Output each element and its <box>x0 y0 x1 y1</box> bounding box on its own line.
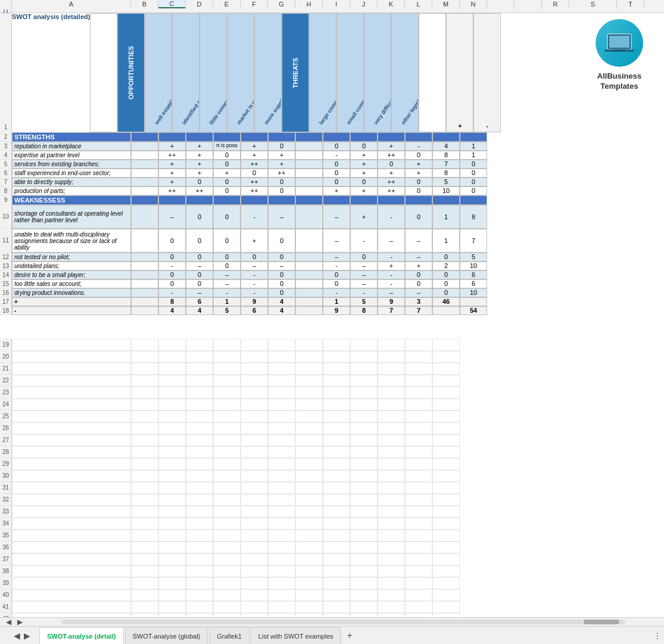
scrollbar-area[interactable]: ◀ ▶ <box>0 617 664 626</box>
row4-g: + <box>268 151 295 160</box>
plus-total: 46 <box>432 297 460 306</box>
row35-a[interactable] <box>12 530 131 542</box>
row-num-13: 13 <box>0 262 12 270</box>
weak-l <box>405 195 432 205</box>
row16-f: - <box>241 288 268 297</box>
data-row-5: 5 services from existing branches; + + 0… <box>0 160 664 169</box>
sheet-title: SWOT analysis (detailed) <box>12 13 90 132</box>
tab-prev-btn[interactable]: ◀ <box>12 631 22 640</box>
row28-a[interactable] <box>12 446 131 458</box>
scrollbar-track[interactable] <box>61 620 625 624</box>
row6-n: 0 <box>460 169 487 178</box>
row42-a[interactable] <box>12 613 131 617</box>
empty-row-33: 33 <box>0 506 664 518</box>
row8-c: ++ <box>158 186 186 195</box>
data-row-14: 14 desire to be a small player; 0 0 – - … <box>0 270 664 279</box>
row38-a[interactable] <box>12 565 131 577</box>
row16-d: – <box>186 288 213 297</box>
tab-grafiek[interactable]: Grafiek1 <box>209 627 250 644</box>
sheet-rows: 1 SWOT analysis (detailed) OPPORTUNITIES… <box>0 13 664 617</box>
row24-a[interactable] <box>12 399 131 410</box>
row6-g: ++ <box>268 169 295 178</box>
empty-row-29: 29 <box>0 458 664 470</box>
col-header-h: H <box>295 0 323 8</box>
minus-i: 9 <box>323 306 350 315</box>
tab-swot-global[interactable]: SWOT-analyse (global) <box>125 627 208 644</box>
weak-d <box>186 195 213 205</box>
more-sheets-btn[interactable]: ⋮ <box>654 631 661 640</box>
data-row-15: 15 too little sales or account; 0 0 – - … <box>0 279 664 288</box>
row40-a[interactable] <box>12 589 131 601</box>
diag-label-m: other legislation coming <box>400 44 419 126</box>
row19-a[interactable] <box>12 339 131 351</box>
row34-a[interactable] <box>12 518 131 530</box>
table-scroll-area[interactable]: 1 SWOT analysis (detailed) OPPORTUNITIES… <box>0 13 664 617</box>
row3-label: reputation in marketplace <box>12 142 131 151</box>
row14-d: 0 <box>186 270 213 279</box>
minus-total-row: 18 - 4 4 5 6 4 9 8 7 7 54 <box>0 306 664 315</box>
row10-c: – <box>158 205 186 229</box>
plus-n <box>460 297 487 306</box>
row14-c: 0 <box>158 270 186 279</box>
row7-f: ++ <box>241 178 268 186</box>
row5-i: 0 <box>323 160 350 169</box>
row-num-36: 36 <box>0 542 12 553</box>
row16-k: – <box>378 288 405 297</box>
add-sheet-btn[interactable]: + <box>342 627 357 644</box>
row30-a[interactable] <box>12 470 131 482</box>
row3-k: + <box>378 142 405 151</box>
row21-a[interactable] <box>12 363 131 375</box>
row16-h <box>295 288 323 297</box>
row5-m: 7 <box>432 160 460 169</box>
row36-a[interactable] <box>12 542 131 553</box>
col-header-l: L <box>405 0 432 8</box>
row-num-16: 16 <box>0 288 12 297</box>
row25-a[interactable] <box>12 410 131 422</box>
row-num-29: 29 <box>0 458 12 470</box>
diag-label-k: small competitors that invade the market… <box>345 44 364 126</box>
row6-e: + <box>213 169 241 178</box>
row20-a[interactable] <box>12 351 131 363</box>
scrollbar-thumb[interactable] <box>584 620 619 624</box>
row39-a[interactable] <box>12 577 131 589</box>
col-header-e: E <box>213 0 241 8</box>
row41-a[interactable] <box>12 601 131 613</box>
row16-label: drying product innovations. <box>12 288 131 297</box>
row4-f: + <box>241 151 268 160</box>
row10-k: - <box>378 205 405 229</box>
row7-e: 0 <box>213 178 241 186</box>
row22-a[interactable] <box>12 375 131 387</box>
row23-a[interactable] <box>12 387 131 399</box>
weak-f <box>241 195 268 205</box>
tab-swot-detail[interactable]: SWOT-analyse (detail) <box>39 627 124 644</box>
row32-a[interactable] <box>12 494 131 506</box>
row37-a[interactable] <box>12 553 131 565</box>
row33-a[interactable] <box>12 506 131 518</box>
row8-f: ++ <box>241 186 268 195</box>
row16-j: - <box>350 288 378 297</box>
tab-bar: ◀ ▶ SWOT-analyse (detail) SWOT-analyse (… <box>0 626 664 644</box>
row13-d: – <box>186 262 213 270</box>
row27-a[interactable] <box>12 434 131 446</box>
row26-a[interactable] <box>12 422 131 434</box>
row14-i: 0 <box>323 270 350 279</box>
scroll-left-btn[interactable]: ◀ <box>3 618 14 626</box>
row10-label: shortage of consultants at operating lev… <box>12 205 131 229</box>
row10-g: – <box>268 205 295 229</box>
row11-i: – <box>323 229 350 253</box>
row31-a[interactable] <box>12 482 131 494</box>
empty-row-28: 28 <box>0 446 664 458</box>
scroll-right-btn[interactable]: ▶ <box>14 618 26 626</box>
row29-a[interactable] <box>12 458 131 470</box>
tab-next-btn[interactable]: ▶ <box>22 631 32 640</box>
row15-m: 0 <box>432 279 460 288</box>
row13-k: + <box>378 262 405 270</box>
empty-row-20: 20 <box>0 351 664 363</box>
plus-l: 3 <box>405 297 432 306</box>
tab-swot-examples[interactable]: List with SWOT examples <box>251 627 341 644</box>
weak-j <box>350 195 378 205</box>
row5-j: + <box>350 160 378 169</box>
row6-j: + <box>350 169 378 178</box>
plus-i: 1 <box>323 297 350 306</box>
row11-e: 0 <box>213 229 241 253</box>
